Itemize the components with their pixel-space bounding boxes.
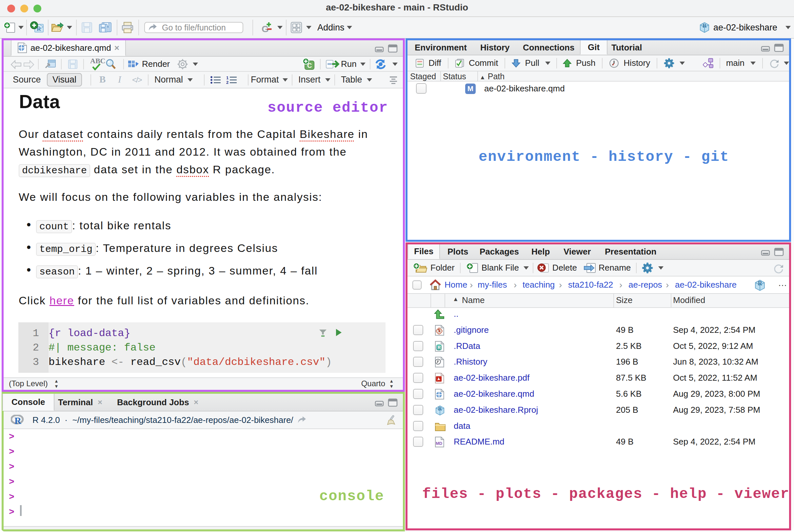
svg-text:MD: MD [436,441,442,446]
svg-text:R: R [438,406,442,412]
svg-text:R: R [703,23,707,29]
svg-text:2: 2 [226,80,228,84]
svg-text:R: R [438,345,441,350]
svg-text:R: R [758,280,762,287]
svg-text:R: R [14,415,22,425]
svg-text:1: 1 [226,76,228,80]
